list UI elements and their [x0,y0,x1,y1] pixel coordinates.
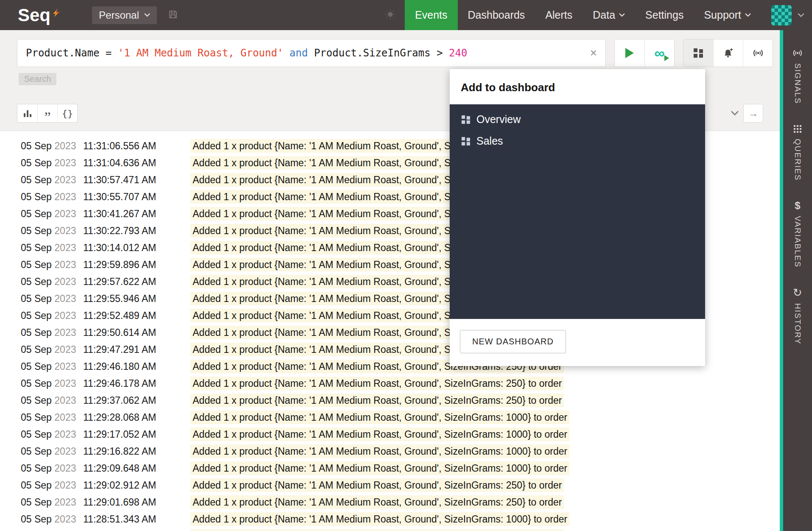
query-actions-group [683,39,773,67]
activity-indicator-icon[interactable] [384,8,396,22]
tail-stream-button[interactable]: ∞ [644,39,674,67]
broadcast-icon [753,48,764,59]
sidebar-item-signals[interactable]: SIGNALS [792,48,803,104]
event-date: 05 Sep 2023 [21,463,83,474]
event-row[interactable]: 05 Sep 2023 11:29:46.178 AM Added 1 x pr… [0,375,780,392]
dashboard-item-sales[interactable]: Sales [450,130,705,152]
add-to-dashboard-button[interactable] [683,39,713,67]
event-date: 05 Sep 2023 [21,276,83,288]
event-time: 11:29:50.614 AM [83,327,190,338]
create-alert-button[interactable] [713,39,743,67]
event-row[interactable]: 05 Sep 2023 11:29:16.822 AM Added 1 x pr… [0,443,780,460]
chart-view-button[interactable] [17,104,37,122]
event-year: 2023 [54,497,76,508]
sidebar-label: QUERIES [793,139,802,181]
event-date: 05 Sep 2023 [21,378,83,389]
expand-chevron-button[interactable] [731,111,739,116]
event-row[interactable]: 05 Sep 2023 11:29:17.052 AM Added 1 x pr… [0,426,780,443]
event-year: 2023 [54,191,76,202]
event-row[interactable]: 05 Sep 2023 11:28:44.902 AM Added 1 x pr… [0,528,780,531]
event-date: 05 Sep 2023 [21,157,83,169]
user-avatar[interactable] [771,5,792,25]
nav-item-alerts[interactable]: Alerts [535,0,582,30]
event-year: 2023 [54,446,76,457]
play-icon [625,48,634,58]
event-row[interactable]: 05 Sep 2023 11:29:09.648 AM Added 1 x pr… [0,460,780,477]
sidebar-item-history[interactable]: ↻ HISTORY [793,287,802,345]
sidebar-item-queries[interactable]: QUERIES [792,123,803,181]
dashboard-item-overview[interactable]: Overview [450,109,705,130]
event-year: 2023 [54,140,76,151]
event-year: 2023 [54,225,76,236]
event-row[interactable]: 05 Sep 2023 11:29:01.698 AM Added 1 x pr… [0,494,780,511]
event-year: 2023 [54,361,76,372]
event-year: 2023 [54,293,76,304]
event-time: 11:30:22.793 AM [83,225,190,237]
event-time: 11:30:57.471 AM [83,174,190,186]
text-view-button[interactable]: ” [37,104,57,122]
event-year: 2023 [54,208,76,219]
braces-icon: {} [62,108,73,119]
event-message: Added 1 x product {Name: '1 AM Medium Ro… [190,463,569,474]
sidebar-label: HISTORY [793,303,802,345]
event-message: Added 1 x product {Name: '1 AM Medium Ro… [190,480,564,491]
event-message: Added 1 x product {Name: '1 AM Medium Ro… [190,514,569,525]
nav-item-events[interactable]: Events [405,0,457,30]
json-view-button[interactable]: {} [57,104,77,122]
event-time: 11:30:55.707 AM [83,191,190,203]
user-menu-chevron-icon[interactable] [798,11,804,19]
event-time: 11:31:06.556 AM [83,140,190,152]
nav-item-data[interactable]: Data [582,0,635,30]
run-query-button[interactable] [615,39,644,67]
workspace-selector[interactable]: Personal [92,6,157,24]
event-year: 2023 [54,344,76,355]
event-date: 05 Sep 2023 [21,310,83,321]
save-icon[interactable] [168,9,178,21]
grid-dots-icon [792,123,803,134]
event-time: 11:28:51.343 AM [83,514,190,525]
go-button[interactable]: → [743,104,763,123]
nav-item-dashboards[interactable]: Dashboards [458,0,535,30]
app-logo: Seq [0,0,60,30]
nav-item-settings[interactable]: Settings [635,0,694,30]
event-year: 2023 [54,174,76,185]
event-row[interactable]: 05 Sep 2023 11:29:28.068 AM Added 1 x pr… [0,409,780,426]
event-row[interactable]: 05 Sep 2023 11:28:51.343 AM Added 1 x pr… [0,511,780,528]
query-token-keyword: and [283,47,314,59]
new-dashboard-button[interactable]: NEW DASHBOARD [460,330,566,353]
event-date: 05 Sep 2023 [21,480,83,491]
event-time: 11:29:46.178 AM [83,378,190,389]
clear-query-button[interactable]: × [590,47,597,59]
sidebar-label: VARIABLES [793,216,802,268]
dashboard-grid-icon [462,115,470,124]
event-message: Added 1 x product {Name: '1 AM Medium Ro… [190,412,569,423]
event-date: 05 Sep 2023 [21,446,83,457]
event-date: 05 Sep 2023 [21,259,83,271]
dashboard-list: Overview Sales [450,104,705,319]
event-year: 2023 [54,429,76,440]
event-time: 11:29:55.946 AM [83,293,190,305]
event-date: 05 Sep 2023 [21,242,83,254]
event-time: 11:29:46.180 AM [83,361,190,372]
search-chip[interactable]: Search [19,73,56,85]
event-year: 2023 [54,259,76,270]
event-year: 2023 [54,242,76,253]
event-time: 11:29:47.291 AM [83,344,190,355]
event-time: 11:29:17.052 AM [83,429,190,440]
event-year: 2023 [54,157,76,168]
menu-footer: NEW DASHBOARD [450,319,705,366]
query-input[interactable]: Product.Name = '1 AM Medium Roast, Groun… [17,39,606,67]
sidebar-label: SIGNALS [793,63,802,104]
menu-title: Add to dashboard [450,69,705,104]
chevron-down-icon [619,13,625,17]
event-row[interactable]: 05 Sep 2023 11:29:37.062 AM Added 1 x pr… [0,392,780,409]
event-message: Added 1 x product {Name: '1 AM Medium Ro… [190,446,569,457]
nav-item-support[interactable]: Support [694,0,761,30]
create-signal-button[interactable] [743,39,773,67]
event-row[interactable]: 05 Sep 2023 11:29:02.912 AM Added 1 x pr… [0,477,780,494]
top-bar: Seq Personal Events Dashboards Alerts Da… [0,0,812,30]
event-message: Added 1 x product {Name: '1 AM Medium Ro… [190,395,564,406]
bar-chart-icon [23,109,32,118]
sidebar-item-variables[interactable]: $ VARIABLES [793,201,802,268]
event-time: 11:29:59.896 AM [83,259,190,271]
